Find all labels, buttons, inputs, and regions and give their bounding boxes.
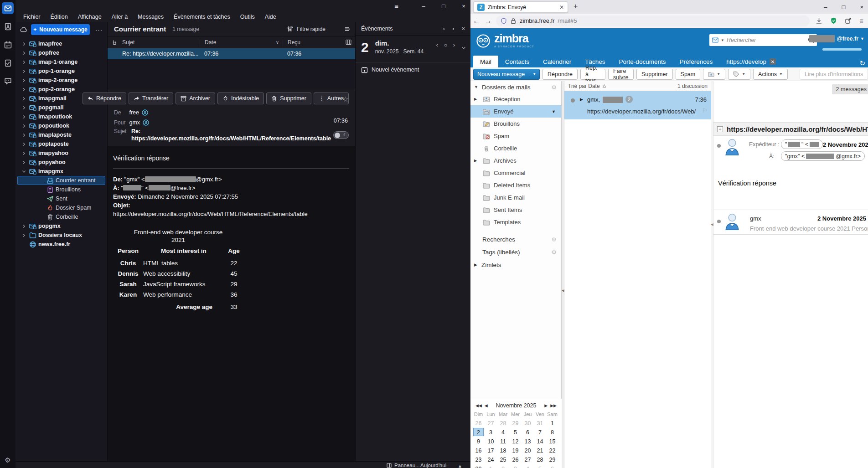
search-scope-mail-icon[interactable]	[712, 37, 718, 43]
menu-item[interactable]: Édition	[46, 12, 73, 21]
toolbar-button[interactable]: Supprimer	[636, 69, 673, 80]
calendar-day[interactable]: 1	[547, 419, 558, 427]
tags-gear-icon[interactable]: ⚙	[551, 249, 557, 255]
calendar-day[interactable]: 3	[486, 428, 496, 436]
calendar-day[interactable]: 30	[473, 464, 484, 468]
message-action-button[interactable]: Indésirable	[217, 93, 264, 104]
read-status-dot[interactable]	[571, 98, 575, 103]
menu-item[interactable]: Messages	[133, 12, 169, 21]
chevron-icon[interactable]	[21, 160, 27, 165]
zimlets-section[interactable]: ▶ Zimlets	[470, 258, 561, 271]
get-messages-icon[interactable]	[20, 26, 27, 33]
space-button[interactable]	[2, 57, 14, 69]
folder-row[interactable]: Dossier Spam	[17, 203, 105, 212]
app-menu-icon[interactable]: ≡	[394, 0, 398, 12]
folder-row[interactable]: imapfree	[17, 39, 105, 48]
collapse-date-icon[interactable]	[461, 46, 466, 50]
forward-button[interactable]: →	[482, 17, 494, 25]
folder-row[interactable]: imaplaposte	[17, 130, 105, 139]
calendar-day[interactable]: 15	[547, 437, 558, 445]
calendar-day[interactable]: 4	[498, 428, 508, 436]
zimbra-folder[interactable]: Spam	[470, 130, 561, 142]
zimbra-folder[interactable]: Brouillons	[470, 118, 561, 130]
calendar-day[interactable]: 9	[473, 437, 484, 445]
calendar-day[interactable]: 24	[486, 455, 496, 463]
contact-icon[interactable]	[142, 109, 148, 116]
new-event-row[interactable]: Nouvel évènement	[356, 62, 470, 77]
refresh-icon[interactable]: ↻	[859, 59, 868, 67]
display-options-icon[interactable]	[345, 26, 351, 32]
calendar-day[interactable]: 3	[510, 464, 521, 468]
message-action-button[interactable]: Transférer	[129, 93, 173, 104]
previous-day-icon[interactable]: ‹	[436, 42, 438, 48]
tag-button[interactable]: ▼	[728, 69, 750, 80]
zimbra-folder[interactable]: Envoyé ▼	[470, 105, 561, 118]
calendar-day[interactable]: 30	[522, 419, 533, 427]
expand-conversation-icon[interactable]: ▶	[580, 97, 583, 102]
column-subject[interactable]: Sujet	[122, 39, 200, 46]
folder-row[interactable]: news.free.fr	[17, 240, 105, 249]
calendar-day[interactable]: 25	[498, 455, 508, 463]
to-value[interactable]: gmx	[129, 119, 140, 126]
expand-arrow-icon[interactable]: ▶	[474, 97, 479, 101]
chevron-icon[interactable]	[21, 133, 27, 137]
chevron-icon[interactable]	[21, 124, 27, 128]
sort-by-label[interactable]: Trié par Date	[568, 83, 600, 89]
prev-month-icon[interactable]: ◀	[483, 403, 489, 408]
expand-up-icon[interactable]: ▴	[459, 463, 461, 468]
calendar-day[interactable]: 10	[486, 437, 496, 445]
folder-row[interactable]: Sent	[17, 194, 105, 203]
chevron-icon[interactable]	[21, 69, 27, 73]
new-tab-button[interactable]: +	[574, 2, 578, 10]
toolbar-button[interactable]: Faire suivre	[608, 69, 634, 80]
calendar-day[interactable]: 26	[473, 419, 484, 427]
thread-column-icon[interactable]	[108, 40, 122, 45]
folder-row[interactable]: imapgmx	[17, 167, 105, 176]
calendar-day[interactable]: 8	[547, 428, 558, 436]
calendar-day[interactable]: 17	[486, 446, 496, 454]
zimbra-folder[interactable]: Corbeille	[470, 142, 561, 154]
next-month-icon[interactable]: ▶	[543, 403, 549, 408]
close-button[interactable]: ×	[460, 3, 467, 10]
expand-all-icon[interactable]: +	[717, 126, 723, 132]
minimize-button[interactable]: –	[420, 3, 427, 10]
zimbra-folder[interactable]: Junk E-mail	[470, 191, 561, 204]
folder-row[interactable]: popyahoo	[17, 158, 105, 167]
zimbra-folder[interactable]: ▶ Archives	[470, 154, 561, 167]
actions-button[interactable]: Actions▼	[753, 69, 788, 80]
menu-item[interactable]: Outils	[235, 12, 260, 21]
folder-row[interactable]: Courrier entrant	[17, 176, 105, 185]
searches-gear-icon[interactable]: ⚙	[551, 237, 557, 242]
calendar-day[interactable]: 18	[498, 446, 508, 454]
folder-row[interactable]: imap-2-orange	[17, 76, 105, 85]
from-value[interactable]: free	[129, 109, 139, 116]
calendar-day[interactable]: 1	[486, 464, 496, 468]
browser-tab[interactable]: Z Zimbra: Envoyé ✕	[473, 1, 568, 13]
browser-menu-icon[interactable]: ≡	[859, 17, 863, 25]
chevron-icon[interactable]	[21, 115, 27, 119]
menu-item[interactable]: Aller à	[107, 12, 133, 21]
zimbra-new-message-button[interactable]: Nouveau message ▼	[473, 69, 540, 80]
folder-row[interactable]: pop-1-orange	[17, 67, 105, 76]
previous-icon[interactable]: ‹	[443, 25, 445, 32]
chevron-icon[interactable]	[21, 224, 27, 228]
calendar-day[interactable]: 21	[535, 446, 545, 454]
message-1-header[interactable]: Expéditeur : "" < 2 Novembre 2025 7:36 À…	[713, 138, 868, 165]
tab-close-icon[interactable]: ✕	[770, 58, 776, 65]
calendar-day[interactable]: 23	[473, 455, 484, 463]
space-button[interactable]	[2, 39, 14, 51]
chevron-icon[interactable]	[21, 51, 27, 55]
chevron-icon[interactable]	[21, 170, 27, 174]
calendar-day[interactable]: 19	[510, 446, 521, 454]
antivirus-shield-icon[interactable]	[830, 17, 837, 24]
calendar-day[interactable]: 28	[535, 455, 545, 463]
calendar-day[interactable]: 16	[473, 446, 484, 454]
panel-toggle[interactable]: Panneau...	[387, 463, 420, 468]
move-to-folder-button[interactable]: ▼	[703, 69, 725, 80]
calendar-day[interactable]: 5	[510, 428, 521, 436]
calendar-day[interactable]: 6	[522, 428, 533, 436]
message-action-button[interactable]: Archiver	[176, 93, 215, 104]
space-button[interactable]	[2, 21, 14, 32]
collapse-icon[interactable]: ▼	[474, 85, 478, 89]
menu-item[interactable]: Évènements et tâches	[169, 12, 235, 21]
